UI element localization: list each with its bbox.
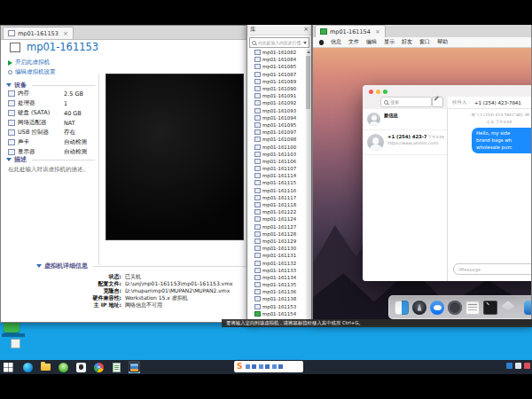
description-placeholder[interactable]: 在此处输入对该虚拟机的描述。 — [8, 166, 97, 174]
zoom-window-icon[interactable] — [383, 90, 387, 94]
close-library-icon[interactable]: × — [303, 26, 309, 33]
messages-icon[interactable] — [430, 301, 444, 315]
vm-list-item[interactable]: mp01-161082 — [248, 49, 305, 56]
device-row[interactable]: 内存 2.5 GB — [8, 89, 97, 98]
menu-item[interactable]: 信息 — [331, 38, 341, 46]
vm-list-item[interactable]: mp01-161132 — [248, 259, 305, 266]
scroll-up-icon[interactable] — [307, 51, 310, 53]
vm-list-item[interactable]: mp01-161098 — [248, 136, 305, 143]
minimize-window-icon[interactable] — [376, 90, 380, 94]
close-tab-icon[interactable]: × — [63, 30, 68, 37]
tab-mp01-161153[interactable]: mp01-161153 × — [3, 27, 74, 39]
conversation-phone-number[interactable]: +1 (254) 423-7841 下午3:04 https://www.aer… — [363, 130, 447, 155]
launchpad-icon[interactable] — [412, 301, 426, 315]
vm-list-item[interactable]: mp01-161089 — [248, 78, 305, 85]
vm-list-item[interactable]: mp01-161138 — [248, 295, 305, 302]
menu-item[interactable]: 好友 — [402, 38, 412, 46]
vm-list-item[interactable]: mp01-161133 — [248, 267, 305, 274]
scrollbar-thumb[interactable] — [306, 56, 310, 109]
details-section-header[interactable]: 虚拟机详细信息 — [36, 262, 253, 270]
ime-tool-icon[interactable] — [246, 364, 250, 369]
to-field[interactable]: 收件人： +1 (254) 423-7841 — [448, 97, 531, 109]
tray-icon[interactable] — [506, 363, 512, 369]
vm-list-item[interactable]: mp01-161124 — [248, 215, 305, 223]
vm-list-item[interactable]: mp01-161095 — [248, 121, 305, 129]
tray-icon[interactable] — [524, 363, 530, 369]
vm-list-item[interactable]: mp01-161116 — [248, 187, 305, 194]
menu-item[interactable]: 窗口 — [419, 38, 430, 46]
vm-list-item[interactable]: mp01-161092 — [248, 99, 305, 106]
sogou-logo[interactable]: S — [237, 363, 242, 371]
device-row[interactable]: 声卡 自动检测 — [8, 137, 97, 147]
menu-item[interactable]: 文件 — [348, 38, 359, 46]
finder-icon[interactable] — [395, 301, 409, 315]
taskbar-item[interactable] — [129, 361, 140, 373]
ime-tool-icon[interactable] — [252, 364, 256, 369]
vm-list-item[interactable]: mp01-161094 — [248, 114, 305, 121]
close-window-icon[interactable] — [369, 90, 373, 94]
vm-list-item[interactable]: mp01-161090 — [248, 85, 305, 92]
close-tab-icon[interactable]: × — [375, 28, 380, 35]
vm-list-item[interactable]: mp01-161130 — [248, 245, 305, 252]
taskbar-item[interactable] — [22, 361, 34, 373]
messages-titlebar[interactable]: 搜索 收件人： +1 (254) 423-7841 — [363, 85, 531, 110]
terminal-icon[interactable] — [483, 301, 497, 315]
vm-list-item[interactable]: mp01-161106 — [248, 158, 305, 165]
vm-preview-screen[interactable] — [106, 74, 244, 240]
vm-list-item[interactable]: mp01-161129 — [248, 238, 305, 245]
ime-tool-icon[interactable] — [278, 364, 283, 369]
ime-tool-icon[interactable] — [265, 364, 270, 369]
vm-list-item[interactable]: mp01-161135 — [248, 281, 305, 288]
vm-list-item[interactable]: mp01-161115 — [248, 179, 305, 186]
safari-icon[interactable] — [448, 301, 462, 315]
device-row[interactable]: 网络适配器 NAT — [8, 118, 97, 128]
vm-list-item[interactable]: mp01-161128 — [248, 231, 305, 238]
sogou-ime-bar[interactable]: S — [234, 361, 303, 372]
taskbar-item[interactable] — [4, 361, 16, 373]
library-search-input[interactable]: 在此处输入内容进行搜索 — [249, 37, 309, 48]
device-row[interactable]: 处理器 1 — [8, 98, 97, 108]
vm-list-item[interactable]: mp01-161127 — [248, 223, 305, 231]
description-section-header[interactable]: 描述 — [6, 155, 95, 164]
ime-tool-icon[interactable] — [272, 364, 277, 369]
taskbar-item[interactable] — [75, 361, 87, 373]
menu-item[interactable]: 显示 — [384, 38, 395, 46]
vm-list-item[interactable]: mp01-161087 — [248, 71, 305, 78]
imessage-input[interactable]: iMessage — [453, 263, 531, 275]
vm-list-item[interactable]: mp01-161114 — [248, 172, 305, 179]
vm-list-item[interactable]: mp01-161154 — [248, 310, 305, 317]
menu-item[interactable]: 编辑 — [366, 38, 377, 46]
vm-list-item[interactable]: mp01-161103 — [248, 151, 305, 158]
messages-search-input[interactable]: 搜索 — [380, 97, 432, 107]
vm-list-item[interactable]: mp01-161134 — [248, 274, 305, 281]
vm-list-item[interactable]: mp01-161153 — [248, 303, 305, 310]
vm-list-item[interactable]: mp01-161131 — [248, 252, 305, 259]
vm-list-item[interactable]: mp01-161100 — [248, 143, 305, 150]
vm-list-item[interactable]: mp01-161091 — [248, 92, 305, 99]
vm-list-item[interactable]: mp01-161122 — [248, 208, 305, 215]
tab-mp01-161154[interactable]: mp01-161154 × — [315, 25, 386, 37]
vm-list-item[interactable]: mp01-161097 — [248, 129, 305, 136]
ime-tool-icon[interactable] — [259, 364, 263, 369]
vm-list-item[interactable]: mp01-161118 — [248, 201, 305, 208]
taskbar-item[interactable] — [93, 361, 105, 373]
edit-vm-settings-link[interactable]: 编辑虚拟机设置 — [8, 68, 56, 76]
vm-list-item[interactable]: mp01-161085 — [248, 63, 305, 70]
taskbar-item[interactable] — [58, 361, 69, 373]
vm-list-item[interactable]: mp01-161093 — [248, 107, 305, 114]
taskbar-item[interactable] — [40, 361, 51, 373]
compose-message-button[interactable] — [432, 97, 443, 107]
vm-list-item[interactable]: mp01-161136 — [248, 288, 305, 295]
power-on-vm-link[interactable]: 开启此虚拟机 — [8, 59, 50, 66]
vm-list-item[interactable]: mp01-161117 — [248, 194, 305, 201]
textedit-icon[interactable] — [466, 301, 480, 315]
vm-list-item[interactable]: mp01-161107 — [248, 165, 305, 172]
tray-icon[interactable] — [515, 363, 521, 369]
scrollbar[interactable] — [306, 49, 310, 324]
menu-item[interactable]: 帮助 — [437, 38, 448, 46]
apple-logo-icon[interactable] — [319, 40, 324, 45]
device-row[interactable]: USB 控制器 存在 — [8, 128, 97, 137]
stack-icon[interactable] — [501, 301, 515, 315]
blueapp-icon[interactable] — [524, 301, 531, 315]
device-row[interactable]: 硬盘 (SATA) 40 GB — [8, 108, 97, 118]
